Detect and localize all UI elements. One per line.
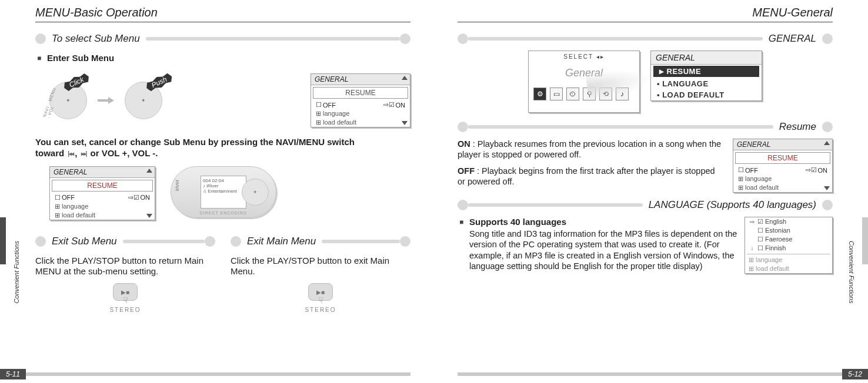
stereo-label-1: STEREO — [109, 307, 141, 313]
lcd-row-loaddefault: ⊞ load default — [311, 118, 410, 127]
lcd-resume-title: GENERAL — [737, 140, 770, 149]
next-icon: ▸▸| — [80, 150, 88, 158]
lcd-icon-mode: ⟲ — [599, 88, 612, 100]
lang-estonian: Estonian — [765, 227, 790, 234]
device-encoding-label: DIRECT ENCODING — [200, 211, 248, 215]
lang-body: Song title and ID3 tag information for t… — [469, 229, 737, 271]
enter-submenu-heading: ◾ Enter Sub Menu — [35, 53, 410, 69]
page-number-left: 5-11 — [0, 369, 26, 379]
enter-submenu-label: Enter Sub Menu — [47, 53, 114, 63]
lcd-and-device-row: GENERAL RESUME ☐OFF ⇨☑ON ⊞ language ⊞ lo… — [49, 166, 410, 220]
page-number-right: 5-12 — [842, 369, 868, 379]
exit-sub-text: Click the PLAY/STOP button to return Mai… — [35, 256, 215, 278]
device-screen: 004 02:04 ♪ iRiver ♫ Entertainment — [201, 176, 246, 209]
arrow-right-icon — [98, 97, 114, 104]
gen-lcd-item-resume: RESUME — [653, 66, 759, 77]
lang-faeroese: Faeroese — [765, 236, 792, 243]
bullet-icon-2: ◾ — [458, 219, 466, 226]
section-label: To select Sub Menu — [46, 33, 146, 45]
side-label-right: Convenient Functions — [848, 241, 855, 303]
page-title-left: MENU-Basic Operation — [35, 6, 410, 22]
lcd-icon-display: ▭ — [550, 88, 563, 100]
resume-on-label: ON — [458, 139, 470, 149]
bullet-icon: ◾ — [35, 55, 44, 62]
lcd-resume-row2: ⊞ load default — [733, 183, 832, 192]
language-lcd: ⇨☑ English ☐ Estonian ☐ Faeroese ↓☐ Finn… — [745, 217, 833, 274]
section-general: GENERAL — [458, 33, 833, 45]
lcd-row-loaddefault2: ⊞ load default — [50, 211, 155, 220]
click-callout: Click — [62, 71, 91, 93]
icon-lcd-select: SELECT ◂▸ — [529, 51, 639, 62]
lcd-icon-general: ⚙ — [533, 88, 546, 100]
section-exit-submenu: Exit Sub Menu — [35, 236, 215, 247]
lcd-icon-control: ⚲ — [583, 88, 596, 100]
lcd-resume-row1: ⊞ language — [733, 174, 832, 183]
lcd-general-small: GENERAL RESUME ☐OFF ⇨☑ON ⊞ language ⊞ lo… — [311, 73, 410, 127]
side-tab-right — [862, 217, 868, 264]
resume-off-text: : Playback begins from the first track a… — [458, 166, 715, 186]
lcd-resume: GENERAL RESUME ☐OFF ⇨☑ON ⊞ language ⊞ lo… — [733, 139, 833, 193]
lang-lcd-row2: ⊞ load default — [745, 264, 832, 273]
prev-icon: |◂◂ — [66, 150, 75, 158]
play-stop-button-fig2: ▶■☟ — [308, 283, 333, 301]
lcd-resume-on: ⇨☑ON — [806, 166, 828, 174]
lcd-row-language: ⊞ language — [311, 109, 410, 118]
general-figures: SELECT ◂▸ General ⚙ ▭ ⏲ ⚲ ⟲ ♪ GENERAL RE… — [458, 51, 833, 113]
lcd-general-large: GENERAL RESUME ☐OFF ⇨☑ON ⊞ language ⊞ lo… — [49, 166, 155, 220]
player-device: iriver 004 02:04 ♪ iRiver ♫ Entertainmen… — [171, 166, 276, 218]
stereo-figure-1: ▶■☟ STEREO — [35, 283, 215, 313]
lcd-resume-off: ☐OFF — [738, 166, 758, 174]
section-label-exit-sub: Exit Sub Menu — [46, 236, 123, 247]
navi-instruction: You can set, cancel or change Sub Menu b… — [35, 137, 410, 159]
lang-finnish: Finnish — [765, 244, 786, 251]
lcd-selected: RESUME — [313, 87, 408, 99]
gen-lcd-item-language: • LANGUAGE — [651, 78, 762, 89]
gen-lcd-item-loaddefault: • LOAD DEFAULT — [651, 89, 762, 100]
exit-main-text: Click the PLAY/STOP button to exit Main … — [231, 256, 410, 278]
side-label-left: Convenient Functions — [13, 241, 20, 303]
lang-lcd-row1: ⊞ language — [745, 256, 832, 264]
section-label-language: LANGUAGE (Supports 40 languages) — [643, 199, 822, 211]
lcd-row-language2: ⊞ language — [50, 202, 155, 211]
navi-dial-click: NAVI · MENU · VOL ✦ Click — [49, 82, 87, 119]
lcd-icon-sound: ♪ — [616, 88, 629, 100]
section-exit-mainmenu: Exit Main Menu — [231, 236, 410, 247]
page-num-bar-right — [458, 372, 868, 376]
navi-arc-text: NAVI · MENU · VOL — [42, 84, 62, 119]
navi-dial-push: ✦ Push — [125, 82, 162, 119]
resume-off-label: OFF — [458, 166, 475, 176]
resume-on-text: : Playback resumes from the previous loc… — [458, 139, 721, 159]
page-title-right: MENU-General — [458, 6, 833, 22]
stereo-figure-2: ▶■☟ STEREO — [231, 283, 410, 313]
lcd-icon-timer: ⏲ — [566, 88, 579, 100]
language-content: ◾ Supports 40 languages Song title and I… — [458, 217, 737, 271]
enter-figures: NAVI · MENU · VOL ✦ Click ✦ Push GENERAL… — [49, 73, 410, 127]
resume-block: ON : Playback resumes from the previous … — [458, 139, 833, 193]
lcd-on: ⇨☑ON — [383, 101, 406, 109]
device-brand: iriver — [174, 179, 180, 191]
lcd-off2: ☐OFF — [55, 194, 75, 201]
general-menu-lcd: GENERAL RESUME • LANGUAGE • LOAD DEFAULT — [650, 51, 762, 101]
lang-heading: Supports 40 languages — [469, 217, 737, 228]
lcd-off: ☐OFF — [316, 101, 336, 109]
icon-lcd: SELECT ◂▸ General ⚙ ▭ ⏲ ⚲ ⟲ ♪ — [528, 51, 640, 113]
device-dpad: ✦ — [242, 179, 269, 206]
gen-lcd-title: GENERAL — [651, 51, 762, 65]
page-num-bar-left — [0, 372, 410, 376]
lang-english: English — [765, 218, 786, 225]
lcd-on2: ⇨☑ON — [128, 194, 151, 201]
section-label-general: GENERAL — [763, 33, 822, 45]
section-label-resume: Resume — [773, 121, 822, 133]
section-select-submenu: To select Sub Menu — [35, 33, 410, 45]
lcd-selected2: RESUME — [52, 180, 153, 192]
stereo-label-2: STEREO — [305, 307, 336, 313]
lcd-resume-sel: RESUME — [735, 152, 830, 164]
section-label-exit-main: Exit Main Menu — [241, 236, 322, 247]
side-tab-left — [0, 217, 6, 264]
lcd-title2: GENERAL — [54, 168, 87, 176]
icon-lcd-title: General — [529, 62, 639, 84]
icon-lcd-icons: ⚙ ▭ ⏲ ⚲ ⟲ ♪ — [529, 84, 639, 104]
push-callout: Push — [144, 71, 174, 93]
play-stop-button-fig: ▶■☟ — [113, 283, 138, 301]
section-resume: Resume — [458, 121, 833, 133]
